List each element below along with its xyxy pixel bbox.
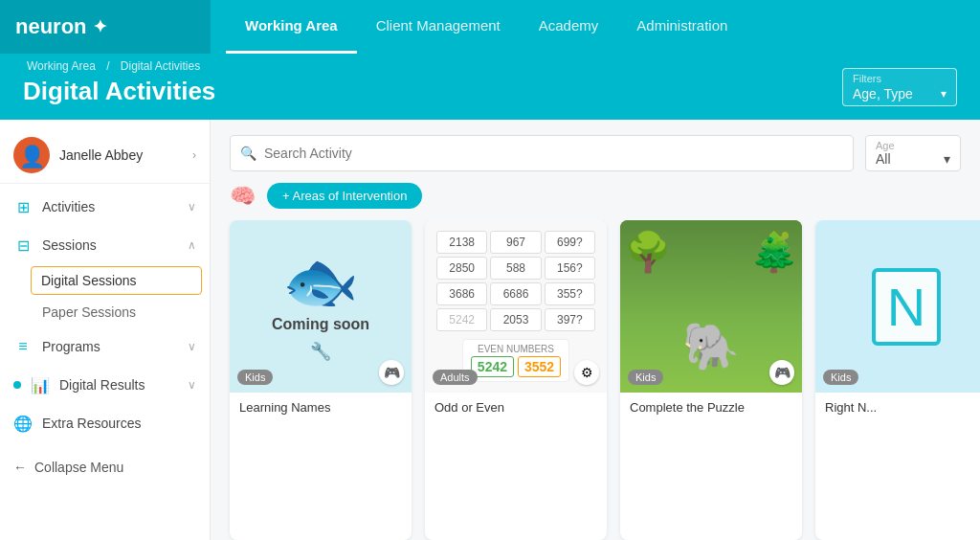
intervention-button[interactable]: + Areas of Intervention	[267, 183, 422, 209]
main-layout: 👤 Janelle Abbey › ⊞ Activities ∨ ⊟ Sessi…	[0, 120, 980, 540]
sessions-label: Sessions	[42, 237, 97, 253]
blue-dot	[13, 381, 21, 389]
nav-link-working-area[interactable]: Working Area	[226, 0, 357, 54]
num-cell-4: 2850	[436, 257, 487, 280]
nav-link-client-management[interactable]: Client Management	[357, 0, 520, 54]
card-learning-names: 🐟 Coming soon 🔧 Kids 🎮 Learning Names	[230, 220, 412, 540]
collapse-arrow-icon: ←	[13, 460, 27, 475]
num-cell-12: 397?	[545, 308, 595, 331]
user-name: Janelle Abbey	[59, 147, 183, 163]
sub-header: Working Area / Digital Activities Digita…	[0, 54, 980, 120]
top-nav: neuron ✦ Working Area Client Management …	[0, 0, 980, 54]
filters-label: Filters	[853, 73, 947, 84]
card-icon-btn-odd-or-even[interactable]: ⚙	[574, 360, 599, 385]
sidebar-item-extra-resources[interactable]: 🌐 Extra Resources	[0, 404, 210, 442]
card-badge-odd-or-even: Adults	[433, 370, 478, 385]
search-bar-row: 🔍 Age All ▾	[211, 120, 980, 179]
brain-icon: 🧠	[230, 184, 256, 209]
search-icon: 🔍	[240, 146, 256, 161]
activities-label: Activities	[42, 199, 95, 214]
coming-soon-text: Coming soon	[272, 316, 369, 333]
card-title-odd-or-even: Odd or Even	[425, 393, 607, 422]
nav-links: Working Area Client Management Academy A…	[211, 0, 762, 54]
digital-results-label: Digital Results	[59, 377, 145, 393]
content-area: 🔍 Age All ▾ 🧠 + Areas of Intervention 🐟	[211, 120, 980, 540]
digital-results-icon: 📊	[31, 375, 50, 394]
avatar: 👤	[13, 137, 50, 173]
card-title-right-n: Right N...	[815, 393, 980, 422]
num-cell-11: 2053	[490, 308, 541, 331]
even-val-2: 3552	[518, 356, 561, 377]
sessions-icon: ⊟	[13, 236, 33, 255]
sidebar-item-programs[interactable]: ≡ Programs ∨	[0, 327, 210, 366]
puzzle-piece-icon: 🧩	[759, 230, 792, 261]
card-title-complete-puzzle: Complete the Puzzle	[620, 393, 802, 422]
age-filter-arrow-icon: ▾	[944, 151, 950, 167]
logo-text: neuron	[15, 14, 87, 39]
card-badge-right-n: Kids	[823, 370, 858, 385]
programs-label: Programs	[42, 339, 100, 354]
card-thumb-learning-names: 🐟 Coming soon 🔧 Kids 🎮	[230, 220, 412, 393]
card-badge-complete-puzzle: Kids	[628, 370, 663, 385]
card-complete-puzzle: 🌳 🌲 🐘 🧩 Kids 🎮 Complete the Puzzle	[620, 220, 802, 540]
activities-chevron-icon: ∨	[188, 200, 196, 214]
age-filter-value: All	[876, 151, 891, 167]
extra-resources-label: Extra Resources	[42, 416, 141, 431]
filters-arrow-icon: ▾	[941, 87, 947, 101]
activities-icon: ⊞	[13, 197, 33, 216]
num-cell-2: 967	[490, 231, 541, 254]
extra-resources-icon: 🌐	[13, 414, 33, 433]
nav-link-academy[interactable]: Academy	[520, 0, 618, 54]
search-input-wrap[interactable]: 🔍	[230, 135, 854, 171]
card-odd-or-even: 2138 967 699? 2850 588 156? 3686 6686 35…	[425, 220, 607, 540]
num-cell-3: 699?	[545, 231, 595, 254]
even-val-1: 5242	[471, 356, 514, 377]
num-cell-9: 355?	[545, 282, 595, 305]
collapse-menu[interactable]: ← Collapse Menu	[0, 450, 210, 484]
sessions-chevron-icon: ∧	[188, 238, 196, 252]
nav-link-administration[interactable]: Administration	[617, 0, 746, 54]
logo-area: neuron ✦	[0, 0, 211, 54]
programs-chevron-icon: ∨	[188, 340, 196, 353]
even-label: EVEN NUMBERS	[471, 344, 561, 354]
breadcrumb: Working Area / Digital Activities	[23, 59, 215, 73]
num-cell-1: 2138	[436, 231, 487, 254]
sidebar-item-activities[interactable]: ⊞ Activities ∨	[0, 188, 210, 226]
filters-box[interactable]: Filters Age, Type ▾	[842, 68, 957, 106]
card-badge-learning-names: Kids	[237, 370, 273, 385]
programs-icon: ≡	[13, 337, 33, 356]
card-thumb-right-n: N Kids	[815, 220, 980, 393]
num-cell-7: 3686	[436, 282, 487, 305]
search-input[interactable]	[264, 146, 843, 161]
sidebar-item-digital-results[interactable]: 📊 Digital Results ∨	[0, 366, 210, 404]
card-thumb-complete-puzzle: 🌳 🌲 🐘 🧩 Kids 🎮	[620, 220, 802, 393]
num-cell-5: 588	[490, 257, 541, 280]
sidebar: 👤 Janelle Abbey › ⊞ Activities ∨ ⊟ Sessi…	[0, 120, 211, 540]
logo-icon: ✦	[93, 16, 107, 37]
age-filter-wrap[interactable]: Age All ▾	[865, 135, 961, 171]
card-icon-btn-complete-puzzle[interactable]: 🎮	[769, 360, 794, 385]
card-thumb-odd-or-even: 2138 967 699? 2850 588 156? 3686 6686 35…	[425, 220, 607, 393]
page-title: Digital Activities	[23, 77, 215, 106]
num-cell-6: 156?	[545, 257, 595, 280]
card-right-n: N Kids Right N...	[815, 220, 980, 540]
age-filter-label: Age	[876, 140, 950, 151]
card-icon-btn-learning-names[interactable]: 🎮	[379, 360, 404, 385]
num-cell-8: 6686	[490, 282, 541, 305]
intervention-row: 🧠 + Areas of Intervention	[211, 179, 980, 220]
sidebar-item-sessions[interactable]: ⊟ Sessions ∧	[0, 226, 210, 264]
num-cell-10: 5242	[436, 308, 487, 331]
user-chevron-icon: ›	[192, 148, 196, 162]
digital-results-chevron-icon: ∨	[188, 378, 196, 392]
sidebar-item-digital-sessions[interactable]: Digital Sessions	[31, 266, 202, 295]
user-row[interactable]: 👤 Janelle Abbey ›	[0, 127, 210, 184]
collapse-label: Collapse Menu	[34, 460, 123, 475]
sidebar-item-paper-sessions[interactable]: Paper Sessions	[0, 297, 210, 327]
filters-value-text: Age, Type	[853, 86, 913, 101]
cards-row: 🐟 Coming soon 🔧 Kids 🎮 Learning Names 21…	[211, 220, 980, 540]
card-title-learning-names: Learning Names	[230, 393, 412, 422]
